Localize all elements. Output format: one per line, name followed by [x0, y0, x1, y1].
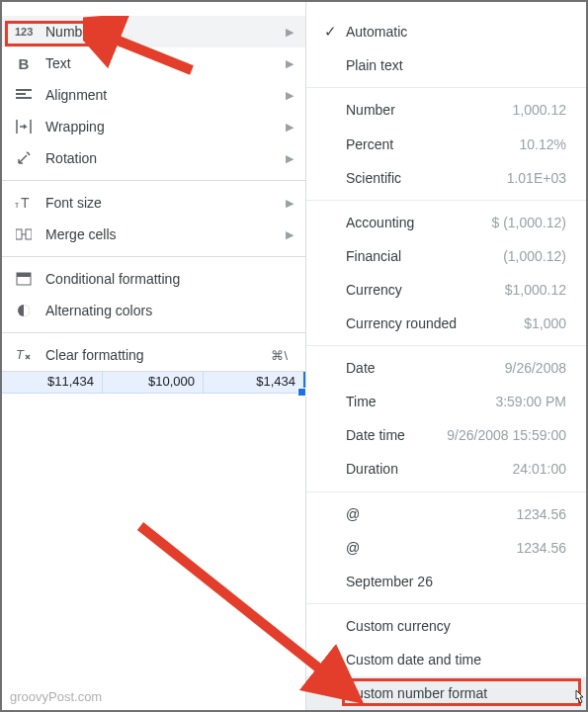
menu-clear-formatting[interactable]: T Clear formatting ⌘\ — [2, 339, 305, 371]
font-size-icon: тT — [14, 193, 34, 213]
submenu-number[interactable]: Number 1,000.12 — [306, 93, 586, 127]
menu-alternating-label: Alternating colors — [45, 303, 294, 318]
submenu-automatic[interactable]: ✓ Automatic — [306, 15, 586, 48]
divider — [306, 603, 586, 604]
label: Date time — [346, 427, 447, 443]
example: 1234.56 — [516, 506, 566, 522]
label: @ — [346, 506, 516, 522]
wrap-icon — [14, 117, 34, 136]
example: (1,000.12) — [503, 248, 566, 264]
chevron-right-icon: ▶ — [286, 26, 294, 39]
submenu-currency-rounded[interactable]: Currency rounded $1,000 — [306, 307, 586, 340]
format-menu: 123 Number ▶ B Text ▶ Alignment ▶ Wrappi… — [2, 2, 306, 710]
submenu-currency[interactable]: Currency $1,000.12 — [306, 273, 586, 307]
example: 1.01E+03 — [507, 170, 566, 186]
submenu-custom-date-time[interactable]: Custom date and time — [306, 643, 586, 676]
label: Scientific — [346, 170, 507, 186]
divider — [2, 180, 305, 181]
divider — [306, 200, 586, 201]
menu-number[interactable]: 123 Number ▶ — [2, 16, 305, 47]
submenu-duration[interactable]: Duration 24:01:00 — [306, 452, 586, 486]
label: Currency rounded — [346, 315, 524, 331]
svg-rect-3 — [16, 229, 22, 239]
chevron-right-icon: ▶ — [286, 228, 294, 241]
menu-rotation[interactable]: Rotation ▶ — [2, 142, 305, 174]
align-icon — [14, 85, 34, 105]
menu-font-size-label: Font size — [45, 195, 286, 211]
submenu-custom-number-format[interactable]: Custom number format — [306, 676, 586, 710]
alternating-colors-icon — [14, 301, 34, 320]
label: Automatic — [346, 24, 566, 40]
svg-rect-6 — [17, 273, 31, 277]
submenu-financial[interactable]: Financial (1,000.12) — [306, 239, 586, 273]
example: $1,000 — [524, 315, 566, 331]
chevron-right-icon: ▶ — [286, 121, 294, 134]
chevron-right-icon: ▶ — [286, 57, 294, 70]
label: Percent — [346, 136, 520, 152]
label: Number — [346, 102, 513, 118]
menu-merge-label: Merge cells — [45, 226, 286, 242]
menu-text[interactable]: B Text ▶ — [2, 47, 305, 79]
example: 1,000.12 — [513, 102, 567, 118]
menu-wrapping[interactable]: Wrapping ▶ — [2, 111, 305, 142]
svg-text:T: T — [16, 348, 25, 362]
conditional-format-icon — [14, 269, 34, 289]
submenu-plain-text[interactable]: Plain text — [306, 48, 586, 82]
label: September 26 — [346, 574, 566, 589]
svg-text:т: т — [15, 200, 19, 210]
example: $1,000.12 — [505, 282, 566, 298]
example: 9/26/2008 15:59:00 — [447, 427, 566, 443]
submenu-time[interactable]: Time 3:59:00 PM — [306, 385, 586, 418]
label: Duration — [346, 461, 513, 477]
example: 3:59:00 PM — [495, 394, 566, 409]
spreadsheet-selected-row[interactable]: $11,434 $10,000 $1,434 — [2, 372, 305, 394]
submenu-september-26[interactable]: September 26 — [306, 565, 586, 598]
label: Custom date and time — [346, 652, 566, 668]
submenu-custom-currency[interactable]: Custom currency — [306, 609, 586, 643]
submenu-scientific[interactable]: Scientific 1.01E+03 — [306, 161, 586, 195]
label: Currency — [346, 282, 505, 298]
menu-font-size[interactable]: тT Font size ▶ — [2, 187, 305, 219]
menu-merge-cells[interactable]: Merge cells ▶ — [2, 219, 305, 250]
shortcut-text: ⌘\ — [271, 348, 288, 363]
menu-alternating-colors[interactable]: Alternating colors — [2, 295, 305, 326]
label: @ — [346, 540, 516, 556]
check-icon: ✓ — [324, 23, 346, 41]
example: 10.12% — [520, 136, 566, 152]
cell[interactable]: $1,434 — [204, 372, 305, 393]
submenu-date-time[interactable]: Date time 9/26/2008 15:59:00 — [306, 418, 586, 452]
chevron-right-icon: ▶ — [286, 89, 294, 102]
menu-conditional-formatting[interactable]: Conditional formatting — [2, 263, 305, 295]
watermark: groovyPost.com — [10, 689, 102, 704]
menu-alignment-label: Alignment — [45, 87, 286, 103]
bold-icon: B — [14, 53, 34, 73]
submenu-at-2[interactable]: @ 1234.56 — [306, 531, 586, 565]
chevron-right-icon: ▶ — [286, 197, 294, 210]
submenu-date[interactable]: Date 9/26/2008 — [306, 351, 586, 385]
cell[interactable]: $10,000 — [103, 372, 204, 393]
cell[interactable]: $11,434 — [2, 372, 103, 393]
menu-alignment[interactable]: Alignment ▶ — [2, 79, 305, 111]
label: Date — [346, 360, 505, 376]
spreadsheet-area: $11,434 $10,000 $1,434 — [2, 371, 305, 710]
submenu-percent[interactable]: Percent 10.12% — [306, 128, 586, 161]
merge-icon — [14, 224, 34, 244]
menu-conditional-label: Conditional formatting — [45, 271, 294, 287]
cursor-pointer-icon — [572, 689, 588, 706]
label: Plain text — [346, 57, 566, 73]
divider — [2, 332, 305, 333]
svg-text:T: T — [21, 196, 30, 210]
menu-wrapping-label: Wrapping — [45, 119, 286, 134]
rotation-icon — [14, 148, 34, 168]
menu-rotation-label: Rotation — [45, 150, 286, 166]
menu-number-label: Number — [45, 24, 286, 40]
menu-text-label: Text — [45, 55, 286, 71]
label: Financial — [346, 248, 503, 264]
divider — [306, 87, 586, 88]
number-submenu: ✓ Automatic Plain text Number 1,000.12 P… — [306, 2, 586, 710]
submenu-accounting[interactable]: Accounting $ (1,000.12) — [306, 206, 586, 239]
svg-text:123: 123 — [15, 26, 33, 38]
submenu-at-1[interactable]: @ 1234.56 — [306, 497, 586, 531]
divider — [2, 256, 305, 257]
number-icon: 123 — [14, 22, 34, 42]
